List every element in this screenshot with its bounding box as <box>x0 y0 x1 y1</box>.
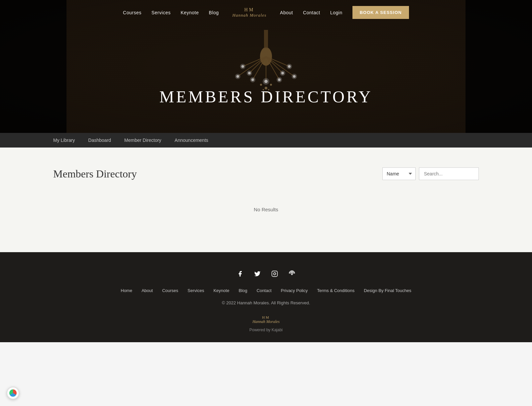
svg-point-27 <box>277 77 282 82</box>
nav-link-courses[interactable]: Courses <box>123 10 142 15</box>
nav-item-about[interactable]: About <box>280 10 293 16</box>
footer-link-terms[interactable]: Terms & Conditions <box>317 288 354 293</box>
logo-name-text: Hannah Morales <box>229 13 269 18</box>
nav-right-links: About Contact Login BOOK A SESSION <box>280 6 409 19</box>
footer-powered-by: Powered by Kajabi <box>0 328 532 332</box>
footer-link-design[interactable]: Design By Final Touches <box>364 288 411 293</box>
no-results-message: No Results <box>53 193 479 226</box>
footer-link-home[interactable]: Home <box>121 288 132 293</box>
book-session-button[interactable]: BOOK A SESSION <box>352 6 409 19</box>
nav-item-contact[interactable]: Contact <box>303 10 320 16</box>
nav-item-services[interactable]: Services <box>151 10 171 16</box>
footer-link-courses[interactable]: Courses <box>162 288 178 293</box>
nav-item-keynote[interactable]: Keynote <box>181 10 199 16</box>
svg-point-20 <box>240 64 245 69</box>
svg-point-21 <box>287 64 292 69</box>
instagram-icon[interactable] <box>270 269 280 279</box>
footer-nav-links: Home About Courses Services Keynote Blog… <box>0 288 532 293</box>
member-nav-directory[interactable]: Member Directory <box>124 138 161 143</box>
svg-rect-1 <box>264 30 268 48</box>
svg-point-22 <box>247 70 252 76</box>
footer-link-services[interactable]: Services <box>188 288 204 293</box>
nav-link-blog[interactable]: Blog <box>209 10 219 15</box>
podcast-icon[interactable] <box>287 269 297 279</box>
nav-link-contact[interactable]: Contact <box>303 10 320 15</box>
svg-rect-35 <box>272 271 278 277</box>
directory-header: Members Directory Name <box>53 167 479 180</box>
directory-title: Members Directory <box>53 168 137 180</box>
footer-link-contact[interactable]: Contact <box>257 288 272 293</box>
site-logo[interactable]: HM Hannah Morales <box>229 7 269 18</box>
filter-select[interactable]: Name <box>382 167 416 180</box>
footer-copyright: © 2022 Hannah Morales. All Rights Reserv… <box>0 300 532 305</box>
svg-point-29 <box>260 84 262 86</box>
site-footer: Home About Courses Services Keynote Blog… <box>0 252 532 342</box>
twitter-icon[interactable] <box>252 269 262 279</box>
svg-point-37 <box>291 273 293 274</box>
svg-point-28 <box>263 78 269 85</box>
svg-point-23 <box>280 70 285 76</box>
nav-link-keynote[interactable]: Keynote <box>181 10 199 15</box>
search-input[interactable] <box>419 167 479 180</box>
member-nav-announcements[interactable]: Announcements <box>175 138 208 143</box>
nav-item-login[interactable]: Login <box>330 10 342 16</box>
facebook-icon[interactable] <box>235 269 245 279</box>
nav-link-services[interactable]: Services <box>151 10 171 15</box>
footer-link-keynote[interactable]: Keynote <box>213 288 229 293</box>
main-nav: Courses Services Keynote Blog HM Hannah … <box>0 0 532 25</box>
svg-point-25 <box>292 74 297 79</box>
main-content: Members Directory Name No Results <box>0 148 532 252</box>
nav-item-blog[interactable]: Blog <box>209 10 219 16</box>
nav-link-login[interactable]: Login <box>330 10 342 15</box>
nav-item-book[interactable]: BOOK A SESSION <box>352 6 409 19</box>
nav-left-links: Courses Services Keynote Blog <box>123 10 219 16</box>
nav-link-about[interactable]: About <box>280 10 293 15</box>
member-nav-bar: My Library Dashboard Member Directory An… <box>0 133 532 148</box>
svg-point-26 <box>250 77 255 82</box>
footer-logo: HM Hannah Morales <box>0 315 532 324</box>
footer-link-privacy[interactable]: Privacy Policy <box>281 288 308 293</box>
footer-social-links <box>0 269 532 279</box>
hero-title: MEMBERS DIRECTORY <box>159 87 372 106</box>
svg-point-24 <box>235 74 240 79</box>
member-nav-library[interactable]: My Library <box>53 138 75 143</box>
nav-item-courses[interactable]: Courses <box>123 10 142 16</box>
member-nav-dashboard[interactable]: Dashboard <box>88 138 111 143</box>
footer-link-about[interactable]: About <box>142 288 153 293</box>
footer-link-blog[interactable]: Blog <box>239 288 247 293</box>
svg-point-31 <box>270 84 272 86</box>
search-controls: Name <box>382 167 479 180</box>
logo-hm-text: HM <box>229 7 269 13</box>
